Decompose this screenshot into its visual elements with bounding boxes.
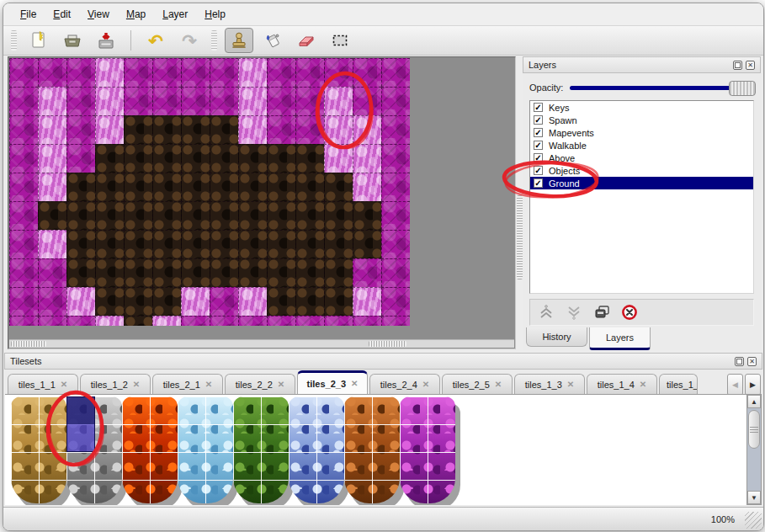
map-tile[interactable] bbox=[210, 230, 238, 258]
map-tile[interactable] bbox=[152, 58, 181, 87]
map-tile[interactable] bbox=[324, 287, 353, 316]
layer-visibility-checkbox[interactable]: ✓ bbox=[534, 128, 543, 137]
layer-row-keys[interactable]: ✓Keys bbox=[530, 101, 753, 114]
map-tile[interactable] bbox=[9, 87, 38, 115]
delete-layer-button[interactable] bbox=[620, 303, 639, 322]
close-panel-icon[interactable]: ✕ bbox=[746, 61, 755, 70]
map-tile[interactable] bbox=[324, 258, 353, 287]
map-tile[interactable] bbox=[181, 287, 210, 316]
map-tile[interactable] bbox=[66, 144, 95, 173]
layer-row-ground[interactable]: ✓Ground bbox=[530, 177, 753, 189]
map-tile[interactable] bbox=[381, 201, 410, 230]
tileset-tab-tiles_1_1[interactable]: tiles_1_1✕ bbox=[8, 374, 78, 394]
tileset-tab-tiles_1_2[interactable]: tiles_1_2✕ bbox=[80, 374, 151, 394]
map-tile[interactable] bbox=[210, 258, 238, 287]
map-tile[interactable] bbox=[38, 144, 66, 173]
scroll-up-button[interactable]: ▲ bbox=[747, 395, 761, 408]
map-tile[interactable] bbox=[238, 173, 267, 201]
map-tile[interactable] bbox=[353, 287, 381, 316]
map-tile[interactable] bbox=[324, 115, 353, 144]
map-tile[interactable] bbox=[9, 316, 38, 326]
map-tile[interactable] bbox=[295, 115, 324, 144]
tileset-tab-tiles_2_3[interactable]: tiles_2_3✕ bbox=[297, 370, 368, 394]
layer-row-walkable[interactable]: ✓Walkable bbox=[530, 139, 753, 152]
map-tile[interactable] bbox=[295, 316, 324, 326]
map-tile[interactable] bbox=[238, 287, 267, 316]
map-tile[interactable] bbox=[95, 144, 124, 173]
map-tile[interactable] bbox=[38, 201, 66, 230]
map-tile[interactable] bbox=[381, 58, 410, 87]
map-tile[interactable] bbox=[295, 258, 324, 287]
map-tile[interactable] bbox=[353, 173, 381, 201]
map-tile[interactable] bbox=[152, 287, 181, 316]
tileset-bush-violet[interactable] bbox=[400, 396, 455, 503]
layer-row-spawn[interactable]: ✓Spawn bbox=[530, 114, 753, 126]
map-tile[interactable] bbox=[66, 287, 95, 316]
map-tile[interactable] bbox=[66, 173, 95, 201]
map-tile[interactable] bbox=[9, 144, 38, 173]
map-horizontal-scrollbar[interactable] bbox=[9, 339, 514, 348]
map-tile[interactable] bbox=[181, 115, 210, 144]
map-tile[interactable] bbox=[95, 287, 124, 316]
layer-visibility-checkbox[interactable]: ✓ bbox=[534, 103, 543, 112]
map-tile[interactable] bbox=[353, 316, 381, 326]
tileset-tab-tiles_2_4[interactable]: tiles_2_4✕ bbox=[369, 374, 440, 394]
map-tile[interactable] bbox=[381, 144, 410, 173]
map-tile[interactable] bbox=[66, 258, 95, 287]
layer-row-above[interactable]: ✓Above bbox=[530, 152, 753, 164]
map-tile[interactable] bbox=[295, 201, 324, 230]
duplicate-layer-button[interactable] bbox=[592, 303, 611, 322]
tileset-tab-tiles_2_5[interactable]: tiles_2_5✕ bbox=[442, 374, 513, 394]
tab-close-icon[interactable]: ✕ bbox=[495, 380, 502, 389]
map-tile[interactable] bbox=[324, 58, 353, 87]
open-file-button[interactable] bbox=[58, 28, 87, 53]
map-tile[interactable] bbox=[381, 173, 410, 201]
map-tile[interactable] bbox=[9, 287, 38, 316]
splitter-grip-horizontal[interactable] bbox=[369, 341, 406, 347]
map-tile[interactable] bbox=[210, 87, 238, 115]
map-tile[interactable] bbox=[238, 58, 267, 87]
map-tile[interactable] bbox=[238, 115, 267, 144]
float-panel-icon[interactable] bbox=[735, 357, 744, 366]
raise-layer-button[interactable] bbox=[537, 303, 555, 322]
map-tile[interactable] bbox=[238, 258, 267, 287]
map-tile[interactable] bbox=[38, 316, 66, 326]
map-tile[interactable] bbox=[353, 230, 381, 258]
map-tile[interactable] bbox=[152, 258, 181, 287]
layer-visibility-checkbox[interactable]: ✓ bbox=[534, 153, 543, 162]
map-tile[interactable] bbox=[267, 316, 295, 326]
map-tile[interactable] bbox=[9, 258, 38, 287]
tileset-bush-crystal-blue[interactable] bbox=[289, 396, 344, 503]
map-tile[interactable] bbox=[381, 115, 410, 144]
tab-close-icon[interactable]: ✕ bbox=[567, 380, 574, 389]
opacity-slider-handle[interactable] bbox=[729, 81, 756, 96]
map-tile[interactable] bbox=[66, 115, 95, 144]
map-tile[interactable] bbox=[267, 144, 295, 173]
tileset-vscroll-thumb[interactable] bbox=[748, 410, 760, 449]
map-tile[interactable] bbox=[181, 58, 210, 87]
tileset-tab-tiles_1_4[interactable]: tiles_1_4✕ bbox=[587, 374, 657, 394]
map-tile[interactable] bbox=[324, 201, 353, 230]
map-tile[interactable] bbox=[152, 230, 181, 258]
toolbar-drag-handle[interactable] bbox=[211, 30, 217, 51]
map-tile[interactable] bbox=[210, 58, 238, 87]
map-tile[interactable] bbox=[181, 144, 210, 173]
map-tile[interactable] bbox=[295, 287, 324, 316]
tileset-tab-tiles_1[interactable]: tiles_1_ bbox=[659, 374, 698, 394]
map-tile[interactable] bbox=[267, 87, 295, 115]
save-file-button[interactable] bbox=[92, 28, 120, 53]
map-tile[interactable] bbox=[381, 87, 410, 115]
tab-layers[interactable]: Layers bbox=[589, 327, 651, 350]
map-tile[interactable] bbox=[210, 316, 238, 326]
map-tile[interactable] bbox=[95, 87, 124, 115]
tileset-bush-leaf-green[interactable] bbox=[233, 396, 289, 503]
map-tile[interactable] bbox=[238, 316, 267, 326]
map-tile[interactable] bbox=[9, 115, 38, 144]
tileset-tab-tiles_2_1[interactable]: tiles_2_1✕ bbox=[152, 374, 223, 394]
map-tile[interactable] bbox=[267, 201, 295, 230]
splitter-grip-vertical[interactable] bbox=[517, 195, 523, 279]
map-canvas[interactable] bbox=[9, 58, 412, 326]
fill-tool-button[interactable] bbox=[258, 28, 287, 53]
map-tile[interactable] bbox=[9, 230, 38, 258]
tab-close-icon[interactable]: ✕ bbox=[351, 379, 358, 388]
